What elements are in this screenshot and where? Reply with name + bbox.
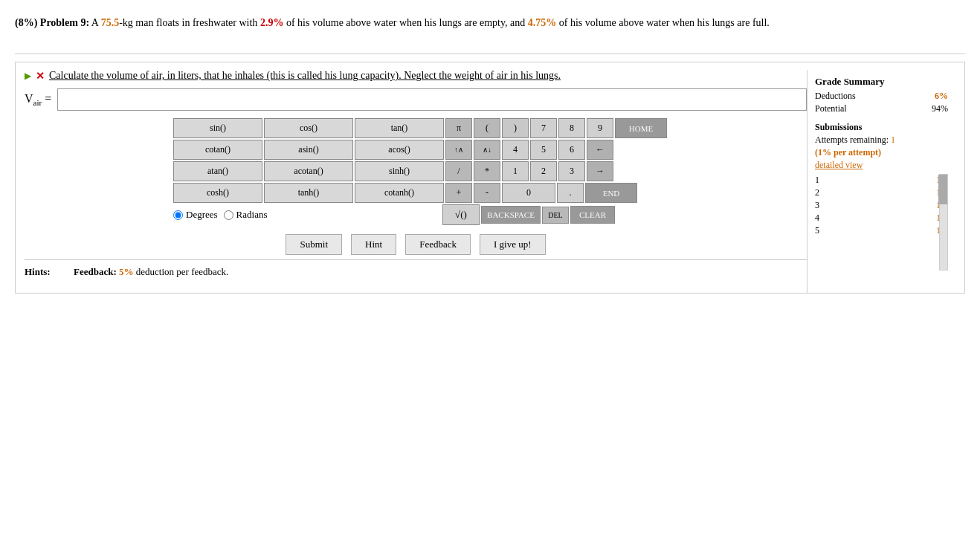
- calc-del[interactable]: DEL: [542, 207, 569, 224]
- degrees-label[interactable]: Degrees: [173, 209, 218, 221]
- calc-6[interactable]: 6: [558, 140, 585, 160]
- calc-1[interactable]: 1: [502, 161, 529, 181]
- calc-tan[interactable]: tan(): [355, 118, 444, 138]
- calc-4[interactable]: 4: [502, 140, 529, 160]
- radians-label[interactable]: Radians: [224, 209, 268, 221]
- calc-backspace[interactable]: BACKSPACE: [481, 206, 541, 224]
- calc-acos[interactable]: acos(): [355, 140, 444, 160]
- answer-label: Vair =: [25, 92, 51, 107]
- attempt-num-2: 2: [815, 187, 819, 198]
- feedback-button[interactable]: Feedback: [405, 234, 471, 255]
- degrees-radio[interactable]: [173, 210, 183, 220]
- give-up-button[interactable]: I give up!: [480, 234, 546, 255]
- scrollbar-track[interactable]: [939, 174, 948, 270]
- problem-val1: 75.5: [101, 17, 120, 28]
- calc-divide[interactable]: /: [445, 161, 472, 181]
- problem-val2: 2.9%: [260, 17, 284, 28]
- calc-3[interactable]: 3: [558, 161, 585, 181]
- x-icon[interactable]: ✕: [36, 70, 45, 82]
- calc-2[interactable]: 2: [530, 161, 557, 181]
- calc-clear[interactable]: CLEAR: [570, 206, 615, 224]
- calc-acotan[interactable]: acotan(): [264, 161, 353, 181]
- attempt-row-1: 1 1%: [815, 174, 948, 187]
- problem-intro: A: [89, 17, 101, 28]
- calc-cos[interactable]: cos(): [264, 118, 353, 138]
- answer-input[interactable]: [57, 88, 807, 111]
- calc-sinh[interactable]: sinh(): [355, 161, 444, 181]
- calc-cosh[interactable]: cosh(): [173, 183, 262, 203]
- feedback-info: Feedback: 5% deduction per feedback.: [74, 266, 228, 278]
- attempt-num-4: 4: [815, 213, 819, 224]
- problem-text1: -kg man floats in freshwater with: [119, 17, 260, 28]
- hint-button[interactable]: Hint: [351, 234, 396, 255]
- calc-open-paren[interactable]: (: [474, 118, 500, 138]
- calc-atan[interactable]: atan(): [173, 161, 262, 181]
- per-attempt: (1% per attempt): [815, 147, 948, 158]
- potential-row: Potential 94%: [815, 103, 948, 114]
- deductions-row: Deductions 6%: [815, 91, 948, 102]
- detailed-view-link[interactable]: detailed view: [815, 160, 948, 171]
- calc-plus[interactable]: +: [445, 183, 472, 203]
- calc-8[interactable]: 8: [558, 118, 585, 138]
- problem-text: (8%) Problem 9: A 75.5-kg man floats in …: [15, 7, 965, 39]
- feedback-detail: deduction per feedback.: [136, 266, 229, 277]
- attempt-row-4: 4 1%: [815, 212, 948, 224]
- play-icon[interactable]: ▶: [25, 71, 31, 82]
- question-header: ▶ ✕ Calculate the volume of air, in lite…: [25, 70, 807, 82]
- calc-down-arrow[interactable]: ∧↓: [474, 140, 500, 160]
- attempts-count: 1: [891, 134, 895, 145]
- answer-row: Vair =: [25, 88, 807, 111]
- calc-row-5: Degrees Radians √() BACKSPACE DEL CLEAR: [173, 204, 615, 225]
- calc-row-4: cosh() tanh() cotanh() + - 0 . END: [173, 183, 637, 203]
- attempt-row-3: 3 1%: [815, 199, 948, 212]
- answer-subscript: air: [33, 98, 42, 107]
- calc-5[interactable]: 5: [530, 140, 557, 160]
- grade-summary-title: Grade Summary: [815, 76, 948, 88]
- potential-value: 94%: [932, 103, 948, 114]
- calc-9[interactable]: 9: [587, 118, 613, 138]
- calc-multiply[interactable]: *: [474, 161, 500, 181]
- right-panel: Grade Summary Deductions 6% Potential 94…: [807, 70, 955, 293]
- calc-tanh[interactable]: tanh(): [264, 183, 353, 203]
- question-section: ▶ ✕ Calculate the volume of air, in lite…: [15, 62, 965, 294]
- calc-cotanh[interactable]: cotanh(): [355, 183, 444, 203]
- calc-7[interactable]: 7: [530, 118, 557, 138]
- hints-row: Hints: Feedback: 5% deduction per feedba…: [25, 259, 807, 284]
- left-panel: ▶ ✕ Calculate the volume of air, in lite…: [25, 70, 807, 293]
- calc-end[interactable]: END: [585, 183, 637, 203]
- calc-backspace-arrow[interactable]: ←: [587, 140, 613, 160]
- action-row: Submit Hint Feedback I give up!: [25, 234, 807, 255]
- attempts-list: 1 1% 2 1% 3 1% 4 1%: [815, 174, 948, 270]
- attempt-row-2: 2 1%: [815, 187, 948, 199]
- main-container: (8%) Problem 9: A 75.5-kg man floats in …: [0, 0, 980, 538]
- divider-top: [15, 54, 965, 54]
- calc-pi[interactable]: π: [445, 118, 472, 138]
- calc-row-3: atan() acotan() sinh() / * 1 2 3 →: [173, 161, 613, 181]
- problem-text3: of his volume above water when his lungs…: [556, 17, 770, 28]
- calc-sqrt[interactable]: √(): [442, 204, 480, 225]
- calc-asin[interactable]: asin(): [264, 140, 353, 160]
- calc-up-arrow[interactable]: ↑∧: [445, 140, 472, 160]
- calc-close-paren[interactable]: ): [502, 118, 529, 138]
- calc-minus[interactable]: -: [474, 183, 500, 203]
- submissions-title: Submissions: [815, 122, 948, 133]
- submit-button[interactable]: Submit: [286, 234, 342, 255]
- radians-radio[interactable]: [224, 210, 233, 220]
- scrollbar-thumb[interactable]: [938, 175, 947, 204]
- calc-right-arrow[interactable]: →: [587, 161, 613, 181]
- calc-dot[interactable]: .: [557, 183, 584, 203]
- calc-0[interactable]: 0: [502, 183, 555, 203]
- deductions-label: Deductions: [815, 91, 856, 102]
- potential-label: Potential: [815, 103, 847, 114]
- calc-row-1: sin() cos() tan() π ( ) 7 8 9 HOME: [173, 118, 667, 138]
- deductions-value: 6%: [935, 91, 948, 102]
- question-text: Calculate the volume of air, in liters, …: [49, 70, 807, 82]
- calc-row-2: cotan() asin() acos() ↑∧ ∧↓ 4 5 6 ←: [173, 140, 613, 160]
- calc-sin[interactable]: sin(): [173, 118, 262, 138]
- calc-cotan[interactable]: cotan(): [173, 140, 262, 160]
- problem-val3: 4.75%: [528, 17, 557, 28]
- calculator: sin() cos() tan() π ( ) 7 8 9 HOME cotan…: [173, 118, 807, 227]
- answer-equals: =: [42, 92, 51, 105]
- feedback-bold: Feedback:: [74, 266, 117, 277]
- calc-home[interactable]: HOME: [615, 118, 667, 138]
